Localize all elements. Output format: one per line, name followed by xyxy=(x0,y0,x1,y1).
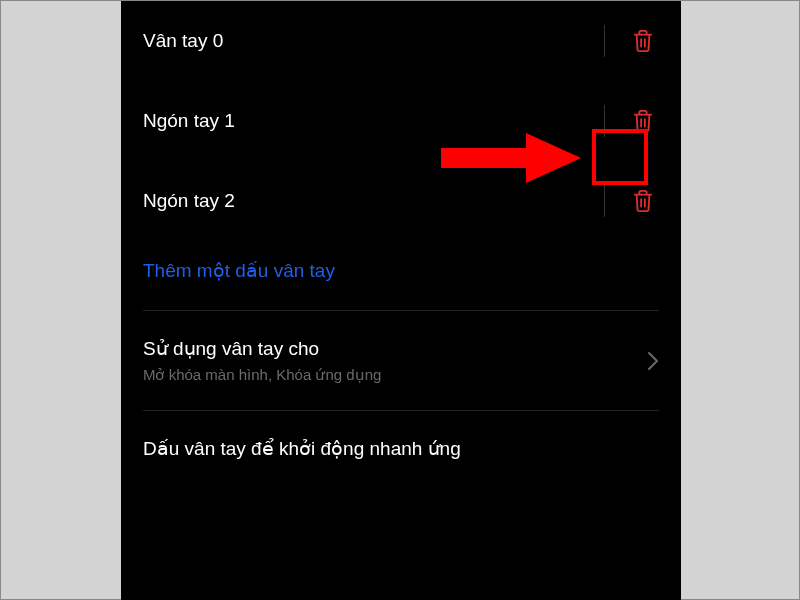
vertical-divider xyxy=(604,105,605,137)
fingerprint-row-0[interactable]: Vân tay 0 xyxy=(121,1,681,81)
delete-fingerprint-button-0[interactable] xyxy=(625,23,661,59)
row-actions xyxy=(604,161,661,241)
fingerprint-row-1[interactable]: Ngón tay 1 xyxy=(121,81,681,161)
trash-icon xyxy=(632,109,654,133)
fingerprint-row-2[interactable]: Ngón tay 2 xyxy=(121,161,681,241)
trash-icon xyxy=(632,189,654,213)
row-actions xyxy=(604,1,661,81)
quick-launch-row-title[interactable]: Dấu vân tay để khởi động nhanh ứng xyxy=(121,411,681,460)
vertical-divider xyxy=(604,25,605,57)
vertical-divider xyxy=(604,185,605,217)
delete-fingerprint-button-2[interactable] xyxy=(625,183,661,219)
fingerprint-label: Ngón tay 2 xyxy=(143,190,235,212)
phone-screen: Vân tay 0 Ngón tay 1 xyxy=(121,1,681,600)
use-fingerprint-for-row[interactable]: Sử dụng vân tay cho Mở khóa màn hình, Kh… xyxy=(121,311,681,410)
row-actions xyxy=(604,81,661,161)
fingerprint-label: Vân tay 0 xyxy=(143,30,223,52)
trash-icon xyxy=(632,29,654,53)
add-fingerprint-link[interactable]: Thêm một dấu vân tay xyxy=(121,241,681,310)
nav-title: Sử dụng vân tay cho xyxy=(143,337,381,360)
fingerprint-label: Ngón tay 1 xyxy=(143,110,235,132)
chevron-right-icon xyxy=(647,351,659,371)
nav-subtitle: Mở khóa màn hình, Khóa ứng dụng xyxy=(143,366,381,384)
delete-fingerprint-button-1[interactable] xyxy=(625,103,661,139)
